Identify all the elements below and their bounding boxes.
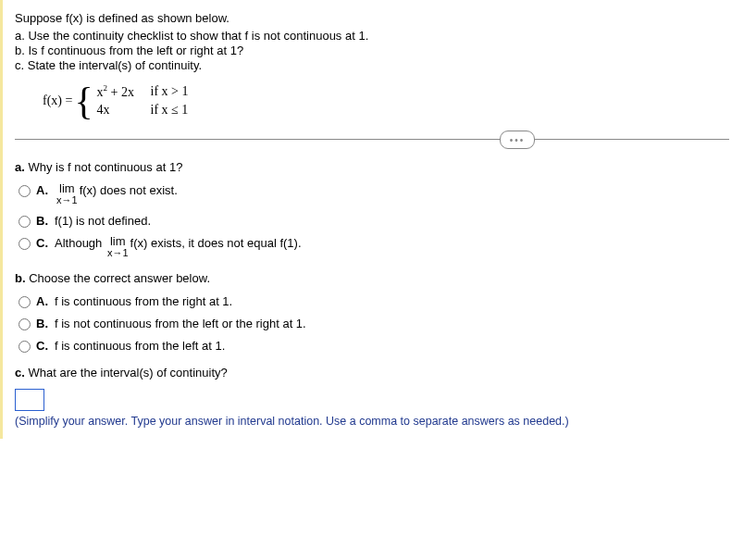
limit-c: lim x→1 (107, 236, 129, 258)
qa-option-a[interactable]: A. lim x→1 f(x) does not exist. (15, 183, 729, 205)
case2-expr: 4x (97, 103, 151, 118)
qb-option-c[interactable]: C. f is continuous from the left at 1. (15, 339, 729, 353)
more-options-button[interactable]: ••• (500, 131, 535, 149)
qa-post-c: f(x) exists, it does not equal f(1). (130, 236, 302, 250)
qa-post-a: f(x) does not exist. (80, 183, 178, 197)
case2-cond: if x ≤ 1 (151, 103, 189, 118)
qa-pre-c: Although (55, 236, 102, 250)
horizontal-divider (15, 139, 729, 140)
lim-bot-c: x→1 (107, 247, 129, 258)
qb-option-b[interactable]: B. f is not continuous from the left or … (15, 317, 729, 330)
case-row-1: x2 + 2x if x > 1 (97, 82, 189, 101)
piecewise-cases: x2 + 2x if x > 1 4x if x ≤ 1 (97, 82, 189, 119)
qa-option-c[interactable]: C. Although lim x→1 f(x) exists, it does… (15, 236, 729, 258)
qb-letter-b: B. (36, 317, 55, 330)
question-b-prompt: b. Choose the correct answer below. (15, 271, 729, 285)
divider-row: ••• (15, 139, 729, 140)
qb-text-b: f is not continuous from the left or the… (55, 317, 729, 330)
case-row-2: 4x if x ≤ 1 (97, 101, 189, 119)
case1-tail: + 2x (107, 85, 134, 99)
subparts-list: a. Use the continuity checklist to show … (15, 29, 729, 72)
answer-hint: (Simplify your answer. Type your answer … (15, 415, 729, 428)
qa-letter-b: B. (36, 214, 55, 228)
case1-expr: x2 + 2x (97, 83, 151, 100)
qa-option-b[interactable]: B. f(1) is not defined. (15, 214, 729, 228)
qb-text-a: f is continuous from the right at 1. (55, 294, 729, 308)
qb-rest: Choose the correct answer below. (26, 271, 210, 285)
question-a-prompt: a. Why is f not continuous at 1? (15, 160, 729, 174)
left-brace-icon: { (74, 81, 93, 120)
question-c-prompt: c. What are the interval(s) of continuit… (15, 366, 729, 380)
qa-text-c: Although lim x→1 f(x) exists, it does no… (55, 236, 729, 258)
limit-a: lim x→1 (56, 183, 78, 205)
qa-radio-a[interactable] (19, 185, 31, 197)
qb-option-a[interactable]: A. f is continuous from the right at 1. (15, 294, 729, 308)
lim-bot-a: x→1 (56, 194, 78, 205)
qa-radio-c[interactable] (19, 238, 31, 250)
qa-bold: a. (15, 160, 25, 174)
qc-rest: What are the interval(s) of continuity? (25, 366, 228, 380)
problem-intro: Suppose f(x) is defined as shown below. (15, 11, 729, 25)
qa-rest: Why is f not continuous at 1? (25, 160, 183, 174)
qb-bold: b. (15, 271, 26, 285)
left-accent-border (0, 0, 3, 439)
case1-base: x (97, 85, 104, 99)
qa-text-a: lim x→1 f(x) does not exist. (55, 183, 729, 205)
qb-radio-b[interactable] (19, 318, 31, 330)
lim-top-c: lim (110, 236, 126, 247)
qa-text-b: f(1) is not defined. (55, 214, 729, 228)
subpart-c: c. State the interval(s) of continuity. (15, 58, 729, 72)
interval-input[interactable] (15, 389, 44, 411)
qa-radio-b[interactable] (19, 216, 31, 228)
qb-radio-c[interactable] (19, 341, 31, 353)
case1-cond: if x > 1 (151, 84, 189, 99)
question-b-options: A. f is continuous from the right at 1. … (15, 294, 729, 353)
lim-top-a: lim (59, 183, 75, 194)
qa-letter-a: A. (36, 183, 55, 197)
subpart-a: a. Use the continuity checklist to show … (15, 29, 729, 43)
qb-radio-a[interactable] (19, 296, 31, 308)
qc-bold: c. (15, 366, 25, 380)
qb-text-c: f is continuous from the left at 1. (55, 339, 729, 353)
subpart-b: b. Is f continuous from the left or righ… (15, 44, 729, 57)
question-a-options: A. lim x→1 f(x) does not exist. B. f(1) … (15, 183, 729, 258)
qa-letter-c: C. (36, 236, 55, 250)
qb-letter-c: C. (36, 339, 55, 353)
piecewise-function: f(x) = { x2 + 2x if x > 1 4x if x ≤ 1 (43, 81, 729, 120)
qb-letter-a: A. (36, 294, 55, 308)
fx-lhs: f(x) = (43, 93, 72, 108)
